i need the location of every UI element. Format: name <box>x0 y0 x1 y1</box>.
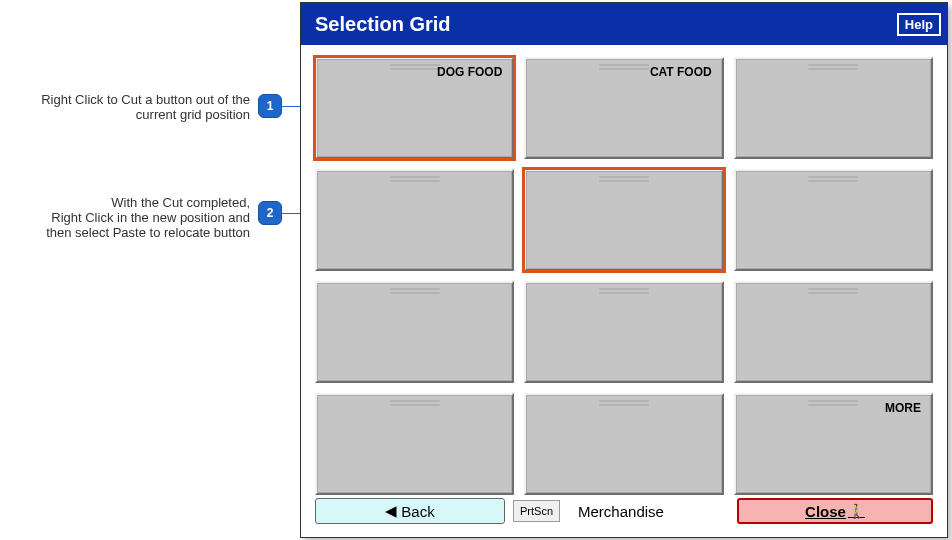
tile-dog-food[interactable]: DOG FOOD <box>315 57 514 159</box>
tile-empty[interactable] <box>315 393 514 495</box>
back-button-label: Back <box>401 503 434 520</box>
titlebar: Selection Grid Help <box>301 3 947 45</box>
tile-empty[interactable] <box>734 281 933 383</box>
help-button[interactable]: Help <box>897 13 941 36</box>
grid-area: DOG FOOD CAT FOOD MORE <box>301 45 947 497</box>
annotation-2-badge: 2 <box>258 201 282 225</box>
back-button[interactable]: ◀ Back <box>315 498 505 524</box>
annotations-panel: Right Click to Cut a button out of the c… <box>0 0 300 540</box>
selection-grid-window: Selection Grid Help DOG FOOD CAT FOOD MO… <box>300 2 948 538</box>
status-label: Merchandise <box>578 503 664 520</box>
tile-cat-food[interactable]: CAT FOOD <box>524 57 723 159</box>
tile-empty[interactable] <box>315 169 514 271</box>
prtscn-button[interactable]: PrtScn <box>513 500 560 522</box>
annotation-2-text: With the Cut completed, Right Click in t… <box>10 195 250 240</box>
tile-grid: DOG FOOD CAT FOOD MORE <box>315 57 933 495</box>
tile-label: CAT FOOD <box>650 65 712 79</box>
annotation-1-badge: 1 <box>258 94 282 118</box>
window-title: Selection Grid <box>315 13 451 36</box>
close-button[interactable]: Close 🚶‍♂️ <box>737 498 933 524</box>
annotation-1-text: Right Click to Cut a button out of the c… <box>30 92 250 122</box>
tile-empty-selected[interactable] <box>524 169 723 271</box>
tile-empty[interactable] <box>524 281 723 383</box>
tile-empty[interactable] <box>734 57 933 159</box>
tile-more[interactable]: MORE <box>734 393 933 495</box>
tile-label: MORE <box>885 401 921 415</box>
exit-icon: 🚶‍♂️ <box>848 503 865 519</box>
tile-empty[interactable] <box>315 281 514 383</box>
close-button-label: Close <box>805 503 846 520</box>
back-arrow-icon: ◀ <box>385 502 397 520</box>
tile-empty[interactable] <box>734 169 933 271</box>
tile-empty[interactable] <box>524 393 723 495</box>
tile-label: DOG FOOD <box>437 65 502 79</box>
footer-bar: ◀ Back PrtScn Merchandise Close 🚶‍♂️ <box>301 497 947 529</box>
